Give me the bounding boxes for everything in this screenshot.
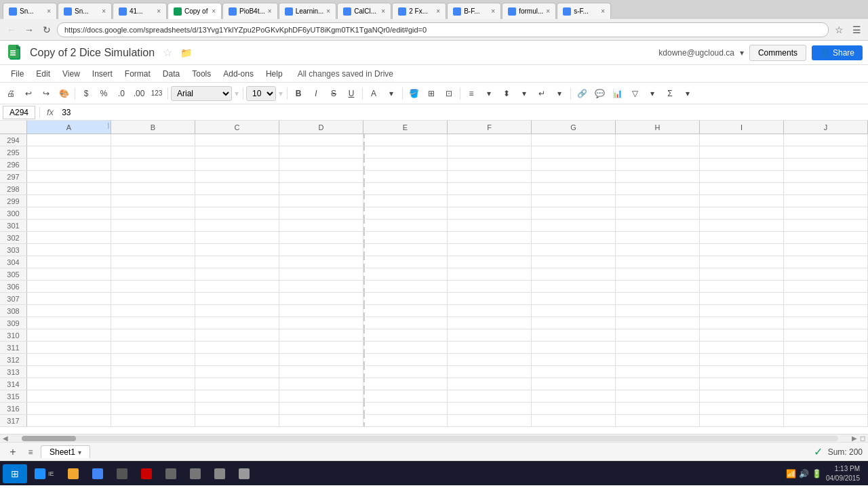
cell-b315[interactable] bbox=[111, 390, 195, 402]
col-header-c[interactable]: C bbox=[195, 121, 279, 134]
cell-b316[interactable] bbox=[111, 403, 195, 414]
cell-a304[interactable] bbox=[27, 256, 111, 268]
cell-j316[interactable] bbox=[784, 403, 868, 414]
cell-c294[interactable] bbox=[195, 134, 279, 146]
cell-f309[interactable] bbox=[448, 317, 532, 329]
paint-format-button[interactable]: 🎨 bbox=[56, 85, 72, 102]
cell-j302[interactable] bbox=[784, 232, 868, 243]
scroll-thumb[interactable] bbox=[22, 436, 76, 441]
strikethrough-button[interactable]: S bbox=[326, 85, 342, 102]
cell-g304[interactable] bbox=[532, 256, 616, 268]
add-sheet-button[interactable]: + bbox=[5, 445, 20, 460]
cell-b304[interactable] bbox=[111, 256, 195, 268]
cell-c302[interactable] bbox=[195, 232, 279, 243]
print-button[interactable]: 🖨 bbox=[3, 85, 19, 102]
cell-i315[interactable] bbox=[700, 390, 784, 402]
filter-dropdown[interactable]: ▾ bbox=[644, 85, 660, 102]
col-header-i[interactable]: I bbox=[700, 121, 784, 134]
text-color-dropdown[interactable]: ▾ bbox=[383, 85, 399, 102]
cell-j295[interactable] bbox=[784, 146, 868, 158]
tab-1[interactable]: Sn... × bbox=[3, 3, 57, 19]
row-number[interactable]: 303 bbox=[0, 244, 27, 256]
cell-c307[interactable] bbox=[195, 293, 279, 304]
cell-d300[interactable] bbox=[279, 207, 363, 219]
cell-d313[interactable] bbox=[279, 366, 363, 378]
cell-c299[interactable] bbox=[195, 195, 279, 207]
menu-data[interactable]: Data bbox=[157, 68, 185, 80]
tab-11[interactable]: s-F... × bbox=[557, 3, 611, 19]
row-number[interactable]: 313 bbox=[0, 366, 27, 378]
formula-input[interactable] bbox=[59, 106, 865, 119]
cell-h295[interactable] bbox=[616, 146, 700, 158]
cell-g297[interactable] bbox=[532, 171, 616, 182]
row-number[interactable]: 302 bbox=[0, 232, 27, 243]
cell-a309[interactable] bbox=[27, 317, 111, 329]
cell-j307[interactable] bbox=[784, 293, 868, 304]
cell-i294[interactable] bbox=[700, 134, 784, 146]
wrap-button[interactable]: ↵ bbox=[534, 85, 550, 102]
cell-i317[interactable] bbox=[700, 415, 784, 426]
valign-dropdown[interactable]: ▾ bbox=[516, 85, 532, 102]
taskbar-ie[interactable]: IE bbox=[28, 464, 60, 483]
cell-c296[interactable] bbox=[195, 159, 279, 170]
cell-c304[interactable] bbox=[195, 256, 279, 268]
doc-folder-icon[interactable]: 📁 bbox=[180, 47, 192, 58]
cell-b295[interactable] bbox=[111, 146, 195, 158]
function-dropdown[interactable]: ▾ bbox=[679, 85, 696, 102]
row-number[interactable]: 310 bbox=[0, 329, 27, 341]
cell-g298[interactable] bbox=[532, 183, 616, 195]
cell-a310[interactable] bbox=[27, 329, 111, 341]
cell-b294[interactable] bbox=[111, 134, 195, 146]
cell-e312[interactable] bbox=[363, 354, 448, 365]
cell-j305[interactable] bbox=[784, 268, 868, 280]
cell-h305[interactable] bbox=[616, 268, 700, 280]
cell-d297[interactable] bbox=[279, 171, 363, 182]
cell-a294[interactable] bbox=[27, 134, 111, 146]
cell-b305[interactable] bbox=[111, 268, 195, 280]
cell-f316[interactable] bbox=[448, 403, 532, 414]
tab-5-close[interactable]: × bbox=[268, 7, 272, 15]
cell-c311[interactable] bbox=[195, 342, 279, 353]
cell-j315[interactable] bbox=[784, 390, 868, 402]
cell-i297[interactable] bbox=[700, 171, 784, 182]
cell-b308[interactable] bbox=[111, 305, 195, 317]
cell-i308[interactable] bbox=[700, 305, 784, 317]
scroll-corner-icon[interactable]: ◻ bbox=[860, 434, 865, 442]
cell-j298[interactable] bbox=[784, 183, 868, 195]
cell-h300[interactable] bbox=[616, 207, 700, 219]
cell-b313[interactable] bbox=[111, 366, 195, 378]
align-left-button[interactable]: ≡ bbox=[463, 85, 479, 102]
font-selector[interactable]: Arial bbox=[171, 86, 232, 101]
col-header-j[interactable]: J bbox=[784, 121, 868, 134]
col-a-resize[interactable]: | bbox=[108, 122, 109, 129]
cell-d310[interactable] bbox=[279, 329, 363, 341]
menu-view[interactable]: View bbox=[57, 68, 85, 80]
cell-h304[interactable] bbox=[616, 256, 700, 268]
redo-button[interactable]: ↪ bbox=[38, 85, 54, 102]
cell-d311[interactable] bbox=[279, 342, 363, 353]
cell-d312[interactable] bbox=[279, 354, 363, 365]
forward-button[interactable]: → bbox=[22, 22, 37, 37]
cell-j306[interactable] bbox=[784, 281, 868, 292]
cell-d298[interactable] bbox=[279, 183, 363, 195]
cell-b317[interactable] bbox=[111, 415, 195, 426]
cell-a307[interactable] bbox=[27, 293, 111, 304]
menu-addons[interactable]: Add-ons bbox=[218, 68, 259, 80]
cell-f305[interactable] bbox=[448, 268, 532, 280]
merge-button[interactable]: ⊡ bbox=[441, 85, 457, 102]
cell-j317[interactable] bbox=[784, 415, 868, 426]
cell-c298[interactable] bbox=[195, 183, 279, 195]
row-number[interactable]: 309 bbox=[0, 317, 27, 329]
tab-5[interactable]: PioB4t... × bbox=[222, 3, 278, 19]
taskbar-explorer[interactable] bbox=[62, 464, 85, 483]
cell-b310[interactable] bbox=[111, 329, 195, 341]
border-button[interactable]: ⊞ bbox=[423, 85, 439, 102]
cell-i302[interactable] bbox=[700, 232, 784, 243]
cell-f315[interactable] bbox=[448, 390, 532, 402]
cell-a303[interactable] bbox=[27, 244, 111, 256]
cell-a300[interactable] bbox=[27, 207, 111, 219]
cell-a315[interactable] bbox=[27, 390, 111, 402]
taskbar-chrome[interactable] bbox=[86, 464, 109, 483]
cell-f301[interactable] bbox=[448, 220, 532, 231]
align-dropdown[interactable]: ▾ bbox=[481, 85, 497, 102]
